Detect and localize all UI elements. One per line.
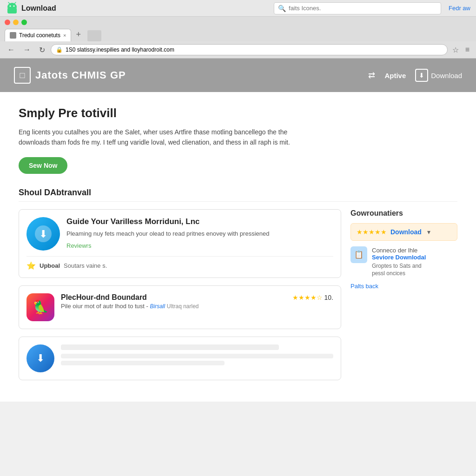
header-download-button[interactable]: ⬇ Download [415,69,462,82]
svg-text:⬇: ⬇ [39,228,47,240]
download-circle-icon: ⬇ [34,225,53,243]
back-link[interactable]: Palts back [350,283,378,290]
app-footer-sub: Soutars vaine s. [64,262,107,269]
reviews-link[interactable]: Reviewrs [66,242,91,249]
app-card-2-inner: 🦜 PlecHour-dnd Boundard ★★★★☆ 10. Pile o… [26,293,333,321]
two-col-layout: ⬇ Guide Your Varilless Morriduni, Lnc Pl… [19,209,457,388]
download-stars: ★★★★★ [357,228,387,236]
sidebar-item-desc1: Groptes to Sats and [372,263,422,269]
download-btn-box[interactable]: ★★★★★ Download ▾ [350,223,457,241]
app-card-1: ⬇ Guide Your Varilless Morriduni, Lnc Pl… [19,209,341,278]
site-logo: □ Jatots CHMIS GP [14,67,126,84]
app-tag-suffix: Ultraq narled [167,303,199,310]
app-icon-1: ⬇ [26,217,60,251]
app-info-2: PlecHour-dnd Boundard ★★★★☆ 10. Pile oiu… [61,293,333,321]
sidebar-item-title: Conneco der lhle [372,247,417,254]
os-search-input[interactable] [289,5,437,12]
lock-icon: 🔒 [56,46,63,53]
main-column: ⬇ Guide Your Varilless Morriduni, Lnc Pl… [19,209,341,388]
site-header: □ Jatots CHMIS GP ⇄ Aptive ⬇ Download [0,59,476,92]
app-skeleton-desc2 [61,361,225,365]
section-title: Shoul DAbtranvall [19,188,457,202]
app-name-2: PlecHour-dnd Boundard [61,293,147,302]
close-window-btn[interactable] [5,20,10,25]
app-info-3 [61,344,333,372]
logo-text: Lownload [21,4,56,13]
svg-point-3 [13,5,15,7]
sidebar-item-icon: 📋 [350,246,367,263]
app-info-1: Guide Your Varilless Morriduni, Lnc Plea… [66,217,333,251]
app-skeleton-desc1 [61,354,333,358]
sidebar-item-desc2: pessl oncices [372,270,405,277]
svg-line-5 [14,2,16,4]
app-card-3-inner: ⬇ [26,344,333,372]
app-card-3: ⬇ [19,337,341,380]
address-bar[interactable]: 🔒 [51,44,448,55]
dropdown-arrow-icon: ▾ [427,228,430,236]
app-name-row: PlecHour-dnd Boundard ★★★★☆ 10. [61,293,333,302]
os-bar: Lownload 🔍 Fedr aw [0,0,476,17]
sidebar-item-text: Conneco der lhle Seviore Downlodal Gropt… [372,246,426,277]
app-icon-3: ⬇ [26,344,54,372]
hero-description: Eng licents you cutalhes you are the Sal… [19,127,298,148]
svg-point-2 [10,5,11,7]
app-icon-2: 🦜 [26,293,54,321]
browser-chrome: Tredul coonetuts × + ← → ↻ 🔒 ☆ ≡ [0,17,476,59]
maximize-window-btn[interactable] [21,20,27,25]
menu-icon[interactable]: ≡ [463,45,471,55]
active-link[interactable]: Aptive [384,72,406,79]
search-icon: 🔍 [278,5,286,12]
sidebar: Gowrounatiers ★★★★★ Download ▾ 📋 Conneco… [350,209,457,388]
os-search-bar[interactable]: 🔍 [274,2,441,14]
download-label: Download [431,72,462,79]
app-footer-label: Upboal [40,262,60,269]
new-tab-button[interactable]: + [72,28,85,41]
address-input[interactable] [66,46,443,53]
sidebar-title: Gowrounatiers [350,209,457,218]
hero-section: Smply Pre totivill Eng licents you cutal… [19,106,457,174]
svg-line-4 [8,2,10,4]
bookmark-icon[interactable]: ☆ [450,45,461,55]
android-icon [6,2,19,15]
tab-placeholder [87,30,101,41]
app-desc-1: Pleaming nuy fets meach your olead to re… [66,229,333,238]
tab-label: Tredul coonetuts [19,32,60,39]
site-logo-text: Jatots CHMIS GP [35,69,126,81]
app-logo: Lownload [6,2,56,15]
refresh-button[interactable]: ↻ [36,45,48,55]
app-rating-score: 10. [324,294,333,301]
app-tag-link[interactable]: Birsall [150,303,165,310]
app-stars-2: ★★★★☆ [292,294,323,301]
tab-favicon [10,32,16,39]
back-button[interactable]: ← [5,45,18,55]
tab-close-button[interactable]: × [63,33,66,38]
browser-tab[interactable]: Tredul coonetuts × [5,29,71,41]
forward-button[interactable]: → [20,45,33,55]
svg-rect-1 [7,8,17,13]
sidebar-item-link[interactable]: Seviore Downlodal [372,254,426,261]
browser-nav: ← → ↻ 🔒 ☆ ≡ [0,41,476,58]
app-card-inner: ⬇ Guide Your Varilless Morriduni, Lnc Pl… [26,217,333,251]
app-desc-2: Pile oiur mot of autr lhod to tust - Bir… [61,302,333,311]
hero-title: Smply Pre totivill [19,106,457,120]
download-icon: ⬇ [415,69,428,82]
site-logo-icon: □ [14,67,31,84]
sync-icon[interactable]: ⇄ [368,70,375,80]
app-card-footer: ⭐ Upboal Soutars vaine s. [26,256,333,270]
app-skeleton-title [61,344,279,350]
download-btn-label[interactable]: Download [390,228,422,236]
main-content: Smply Pre totivill Eng licents you cutal… [0,92,476,402]
rating-star: ⭐ [26,261,36,270]
tab-bar: Tredul coonetuts × + [0,25,476,41]
os-top-link[interactable]: Fedr aw [449,5,470,12]
cta-button[interactable]: Sew Now [19,157,67,174]
app-card-2: 🦜 PlecHour-dnd Boundard ★★★★☆ 10. Pile o… [19,285,341,329]
app-name-1: Guide Your Varilless Morriduni, Lnc [66,217,333,226]
minimize-window-btn[interactable] [13,20,19,25]
sidebar-item: 📋 Conneco der lhle Seviore Downlodal Gro… [350,246,457,277]
site-header-right: ⇄ Aptive ⬇ Download [368,69,462,82]
